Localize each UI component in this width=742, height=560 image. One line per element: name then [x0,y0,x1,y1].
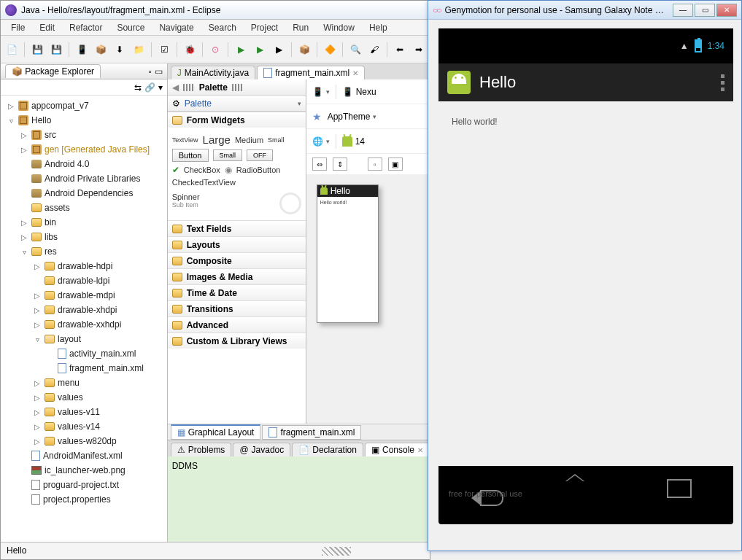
palette-category[interactable]: Advanced [168,316,306,332]
tree-item[interactable]: ▷values-v14 [1,419,167,434]
tree-item[interactable]: drawable-ldpi [1,273,167,288]
project-tree[interactable]: ▷appcompat_v7▿Hello▷src▷gen [Generated J… [1,96,167,542]
console-tab[interactable]: ▣ Console ✕ [365,443,430,456]
tree-item[interactable]: activity_main.xml [1,346,167,361]
back-icon[interactable]: ⬅ [392,42,408,58]
palette-grip-icon[interactable] [232,84,244,91]
spinner-widget[interactable]: Spinner [172,192,200,201]
lint-icon[interactable]: ⬇ [112,42,128,58]
tree-item[interactable]: assets [1,201,167,215]
recent-button[interactable] [670,482,692,498]
open-type-icon[interactable]: 🔶 [322,42,338,58]
menu-run[interactable]: Run [287,21,314,34]
maximize-button[interactable]: ▭ [695,4,715,17]
run-icon[interactable]: ▶ [233,42,249,58]
form-widgets-header[interactable]: Form Widgets [168,112,306,128]
fwd-icon[interactable]: ➡ [411,42,427,58]
textview-widget[interactable]: TextView [172,136,198,144]
device-preview[interactable]: Hello Hello world! [306,174,430,424]
device-dropdown[interactable]: 📱▾ [312,87,330,97]
palette-category[interactable]: Transitions [168,300,306,316]
resize-grip-icon[interactable] [322,547,351,556]
saveall-icon[interactable]: 💾 [48,42,64,58]
toggle-widget[interactable]: OFF [247,149,273,161]
palette-category[interactable]: Text Fields [168,220,306,236]
button-widget[interactable]: Button [172,149,209,162]
palette-category[interactable]: Images & Media [168,268,306,284]
collapse-icon[interactable]: ⇆ [134,82,142,93]
tree-item[interactable]: AndroidManifest.xml [1,448,167,463]
checkbox-widget[interactable]: ✔ [172,165,179,175]
locale-dropdown[interactable]: 🌐 ▾ [312,136,330,147]
search-icon[interactable]: 🔍 [347,42,363,58]
subitem-widget[interactable]: Sub Item [172,201,200,209]
maximize-icon[interactable]: ▭ [155,66,163,77]
tree-item[interactable]: ▷values-w820dp [1,434,167,448]
tree-item[interactable]: project.properties [1,492,167,507]
tree-item[interactable]: ▷drawable-xxhdpi [1,317,167,332]
tree-item[interactable]: ▿layout [1,332,167,346]
view-menu-icon[interactable]: ▾ [158,82,163,93]
menu-edit[interactable]: Edit [34,21,61,34]
problems-tab[interactable]: ⚠ Problems [171,443,232,456]
menu-window[interactable]: Window [317,21,360,34]
palette-nav-back-icon[interactable]: ◀ [172,82,179,93]
xml-source-tab[interactable]: fragment_main.xml [262,425,361,440]
tree-item[interactable]: ▷drawable-xhdpi [1,303,167,317]
menu-navigate[interactable]: Navigate [153,21,199,34]
sdk-icon[interactable]: 📦 [93,42,109,58]
nexus-dropdown[interactable]: 📱 Nexu [342,87,376,97]
small-text-widget[interactable]: Small [268,136,285,144]
tree-item[interactable]: proguard-project.txt [1,478,167,492]
tree-item[interactable]: ic_launcher-web.png [1,463,167,478]
zoom-out-icon[interactable]: ▫ [368,158,382,171]
menu-help[interactable]: Help [363,21,393,34]
tree-item[interactable]: Android 4.0 [1,157,167,171]
tree-item[interactable]: ▷menu [1,376,167,390]
menu-project[interactable]: Project [245,21,284,34]
tree-item[interactable]: fragment_main.xml [1,361,167,376]
dropdown-icon[interactable]: ▾ [298,100,301,107]
tree-item[interactable]: ▷drawable-hdpi [1,259,167,273]
overflow-menu-icon[interactable] [721,74,724,91]
tree-item[interactable]: ▷values-v11 [1,405,167,419]
avd-icon[interactable]: 📱 [74,42,90,58]
tree-item[interactable]: Android Private Libraries [1,171,167,186]
declaration-tab[interactable]: 📄 Declaration [292,443,363,456]
large-text-widget[interactable]: Large [203,133,231,146]
external-icon[interactable]: ▶ [271,42,287,58]
zoom-in-icon[interactable]: ▣ [388,158,403,171]
menu-file[interactable]: File [5,21,31,34]
tree-item[interactable]: ▿Hello [1,113,167,128]
tree-item[interactable]: ▷src [1,128,167,142]
tree-item[interactable]: ▿res [1,244,167,259]
palette-category[interactable]: Time & Date [168,284,306,300]
api-dropdown[interactable]: 14 [342,136,365,147]
menu-source[interactable]: Source [111,21,150,34]
menu-search[interactable]: Search [203,21,242,34]
brush-icon[interactable]: 🖌 [366,42,382,58]
genymotion-icon[interactable]: ⊙ [207,42,223,58]
javadoc-tab[interactable]: @ Javadoc [233,443,290,456]
debug-icon[interactable]: 🐞 [182,42,198,58]
graphical-layout-tab[interactable]: ▦Graphical Layout [171,424,261,440]
zoom-fit-icon[interactable]: ⇔ [312,158,327,171]
tree-item[interactable]: ▷drawable-mdpi [1,288,167,303]
tab-fragment-main[interactable]: fragment_main.xml ✕ [257,66,365,79]
radio-widget[interactable]: ◉ [225,165,232,175]
new-icon[interactable]: 📄 [4,42,20,58]
save-icon[interactable]: 💾 [29,42,45,58]
palette-grip-icon[interactable] [183,84,195,91]
tree-item[interactable]: Android Dependencies [1,186,167,201]
tree-item[interactable]: ▷libs [1,230,167,244]
run-debug-icon[interactable]: ▶ [252,42,268,58]
new-package-icon[interactable]: 📦 [296,42,312,58]
palette-cfg-icon[interactable]: ⚙ [172,98,180,109]
tree-item[interactable]: ▷appcompat_v7 [1,98,167,113]
tree-item[interactable]: ▷gen [Generated Java Files] [1,142,167,157]
tree-item[interactable]: ▷bin [1,215,167,230]
console-body[interactable]: DDMS [168,456,430,542]
home-button[interactable] [563,481,587,499]
menu-refactor[interactable]: Refactor [63,21,108,34]
small-button-widget[interactable]: Small [213,149,243,161]
